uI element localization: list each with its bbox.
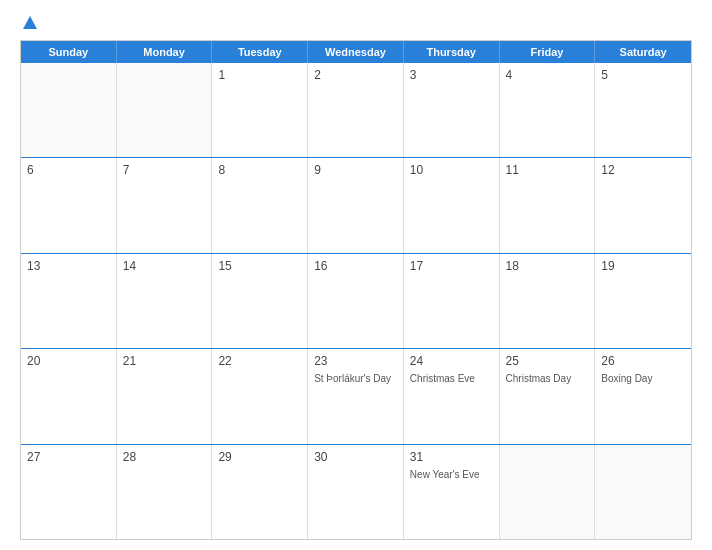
calendar-cell: 13 xyxy=(21,254,117,348)
calendar-cell: 3 xyxy=(404,63,500,157)
day-number: 6 xyxy=(27,163,110,177)
day-number: 12 xyxy=(601,163,685,177)
day-number: 3 xyxy=(410,68,493,82)
day-number: 23 xyxy=(314,354,397,368)
calendar-week-4: 20212223St Þorlákur's Day24Christmas Eve… xyxy=(21,349,691,444)
calendar-cell: 28 xyxy=(117,445,213,539)
calendar-header-row: Sunday Monday Tuesday Wednesday Thursday… xyxy=(21,41,691,63)
day-number: 29 xyxy=(218,450,301,464)
calendar-cell: 27 xyxy=(21,445,117,539)
day-number: 14 xyxy=(123,259,206,273)
calendar-cell: 17 xyxy=(404,254,500,348)
calendar-body: 1234567891011121314151617181920212223St … xyxy=(21,63,691,539)
calendar-cell: 20 xyxy=(21,349,117,443)
day-number: 21 xyxy=(123,354,206,368)
calendar-cell: 26Boxing Day xyxy=(595,349,691,443)
calendar-cell: 2 xyxy=(308,63,404,157)
calendar-cell: 15 xyxy=(212,254,308,348)
day-number: 8 xyxy=(218,163,301,177)
calendar-cell: 29 xyxy=(212,445,308,539)
calendar-cell xyxy=(595,445,691,539)
calendar-cell: 9 xyxy=(308,158,404,252)
calendar-cell: 5 xyxy=(595,63,691,157)
day-number: 9 xyxy=(314,163,397,177)
day-number: 31 xyxy=(410,450,493,464)
day-event: Christmas Day xyxy=(506,372,589,385)
calendar-cell: 18 xyxy=(500,254,596,348)
logo-blue-text xyxy=(20,16,37,30)
calendar-grid: Sunday Monday Tuesday Wednesday Thursday… xyxy=(20,40,692,540)
calendar-cell: 11 xyxy=(500,158,596,252)
day-number: 27 xyxy=(27,450,110,464)
day-number: 30 xyxy=(314,450,397,464)
day-number: 1 xyxy=(218,68,301,82)
calendar-cell xyxy=(21,63,117,157)
day-number: 10 xyxy=(410,163,493,177)
day-number: 25 xyxy=(506,354,589,368)
day-event: St Þorlákur's Day xyxy=(314,372,397,385)
day-number: 28 xyxy=(123,450,206,464)
day-event: Boxing Day xyxy=(601,372,685,385)
col-thursday: Thursday xyxy=(404,41,500,63)
col-saturday: Saturday xyxy=(595,41,691,63)
calendar-cell: 6 xyxy=(21,158,117,252)
calendar-cell: 31New Year's Eve xyxy=(404,445,500,539)
calendar-week-2: 6789101112 xyxy=(21,158,691,253)
calendar-cell: 12 xyxy=(595,158,691,252)
header xyxy=(20,16,692,30)
calendar-cell: 10 xyxy=(404,158,500,252)
day-number: 15 xyxy=(218,259,301,273)
calendar-cell xyxy=(117,63,213,157)
calendar-cell: 16 xyxy=(308,254,404,348)
calendar-cell: 21 xyxy=(117,349,213,443)
calendar-cell: 8 xyxy=(212,158,308,252)
day-event: New Year's Eve xyxy=(410,468,493,481)
day-number: 17 xyxy=(410,259,493,273)
calendar-cell: 1 xyxy=(212,63,308,157)
calendar-week-1: 12345 xyxy=(21,63,691,158)
col-wednesday: Wednesday xyxy=(308,41,404,63)
logo xyxy=(20,16,37,30)
logo-triangle-icon xyxy=(23,16,37,29)
calendar-week-3: 13141516171819 xyxy=(21,254,691,349)
col-sunday: Sunday xyxy=(21,41,117,63)
day-number: 18 xyxy=(506,259,589,273)
calendar-cell: 14 xyxy=(117,254,213,348)
calendar-cell xyxy=(500,445,596,539)
day-number: 22 xyxy=(218,354,301,368)
day-number: 2 xyxy=(314,68,397,82)
day-number: 20 xyxy=(27,354,110,368)
col-friday: Friday xyxy=(500,41,596,63)
day-number: 5 xyxy=(601,68,685,82)
calendar-cell: 24Christmas Eve xyxy=(404,349,500,443)
day-number: 26 xyxy=(601,354,685,368)
col-tuesday: Tuesday xyxy=(212,41,308,63)
calendar-cell: 23St Þorlákur's Day xyxy=(308,349,404,443)
calendar-cell: 19 xyxy=(595,254,691,348)
calendar-cell: 25Christmas Day xyxy=(500,349,596,443)
day-number: 4 xyxy=(506,68,589,82)
calendar-cell: 30 xyxy=(308,445,404,539)
day-event: Christmas Eve xyxy=(410,372,493,385)
col-monday: Monday xyxy=(117,41,213,63)
calendar-page: Sunday Monday Tuesday Wednesday Thursday… xyxy=(0,0,712,550)
calendar-cell: 4 xyxy=(500,63,596,157)
day-number: 16 xyxy=(314,259,397,273)
day-number: 24 xyxy=(410,354,493,368)
calendar-cell: 7 xyxy=(117,158,213,252)
day-number: 7 xyxy=(123,163,206,177)
day-number: 11 xyxy=(506,163,589,177)
day-number: 13 xyxy=(27,259,110,273)
day-number: 19 xyxy=(601,259,685,273)
calendar-week-5: 2728293031New Year's Eve xyxy=(21,445,691,539)
calendar-cell: 22 xyxy=(212,349,308,443)
